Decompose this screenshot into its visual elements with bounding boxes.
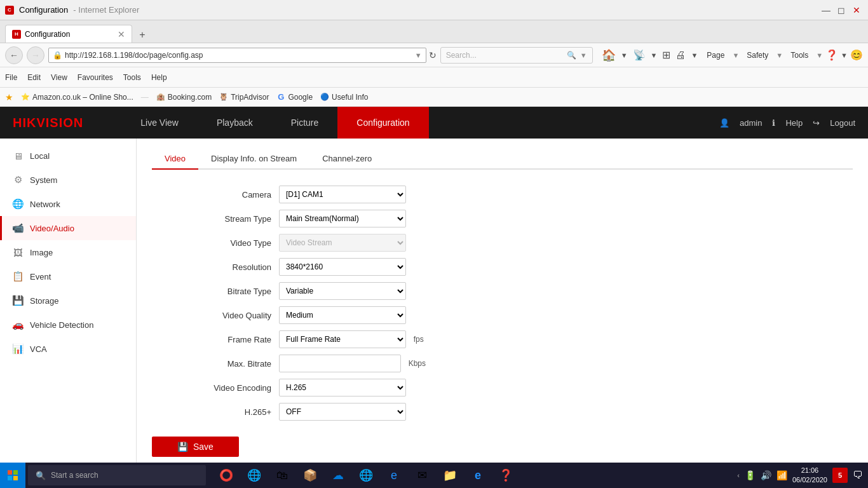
admin-icon: 👤: [719, 118, 729, 128]
video-quality-select[interactable]: Highest Higher Medium Low: [279, 306, 406, 324]
print-icon[interactable]: 🖨: [675, 50, 686, 61]
frame-rate-unit: fps: [414, 335, 424, 344]
search-dropdown-icon[interactable]: ▼: [580, 51, 587, 59]
safety-dropdown-icon[interactable]: ▼: [776, 51, 783, 59]
stream-type-select[interactable]: Main Stream(Normal) Sub Stream: [279, 210, 406, 227]
fav-item-booking[interactable]: 🏨 Booking.com: [156, 93, 212, 102]
home-icon[interactable]: 🏠: [602, 48, 616, 62]
menu-favourites[interactable]: Favourites: [78, 73, 113, 82]
forward-button[interactable]: →: [27, 46, 44, 64]
tab-video[interactable]: Video: [152, 149, 198, 170]
tab-channel-zero[interactable]: Channel-zero: [309, 149, 384, 170]
video-type-select[interactable]: Video Stream: [279, 234, 406, 252]
url-dropdown-icon[interactable]: ▼: [415, 51, 422, 59]
tools-button[interactable]: Tools: [785, 50, 813, 61]
h265plus-select[interactable]: OFF ON: [279, 403, 406, 421]
print-dropdown-icon[interactable]: ▼: [691, 51, 698, 59]
taskbar-search[interactable]: 🔍 Start a search: [28, 465, 206, 485]
sidebar-item-event[interactable]: 📋 Event: [0, 264, 136, 288]
nav-picture[interactable]: Picture: [272, 107, 338, 139]
nav-configuration[interactable]: Configuration: [337, 107, 428, 139]
tray-volume-icon[interactable]: 🔊: [761, 470, 771, 480]
taskbar-app-chrome[interactable]: 🌐: [353, 463, 379, 488]
sidebar-item-video-audio[interactable]: 📹 Video/Audio: [0, 216, 136, 240]
search-bar[interactable]: Search... 🔍 ▼: [440, 47, 593, 64]
page-button[interactable]: Page: [702, 50, 729, 61]
video-form: Camera [D1] CAM1 [D2] CAM2 Stream Type M…: [152, 182, 853, 424]
sidebar-item-system[interactable]: ⚙ System: [0, 168, 136, 192]
search-placeholder: Search...: [446, 51, 563, 60]
page-controls: Page ▼ Safety ▼ Tools ▼ ❓ ▼ 😊: [702, 49, 863, 61]
safety-button[interactable]: Safety: [742, 50, 773, 61]
start-button[interactable]: [0, 463, 25, 488]
address-bar-tools: 🏠 ▼ 📡 ▼ ⊞ 🖨 ▼: [602, 48, 698, 62]
fav-item-google[interactable]: G Google: [276, 93, 313, 102]
sidebar-item-local[interactable]: 🖥 Local: [0, 144, 136, 168]
sidebar-item-vca[interactable]: 📊 VCA: [0, 337, 136, 361]
taskbar-app-ie2[interactable]: e: [381, 463, 407, 488]
home-dropdown-icon[interactable]: ▼: [621, 51, 628, 59]
sidebar-item-network[interactable]: 🌐 Network: [0, 192, 136, 216]
camera-select[interactable]: [D1] CAM1 [D2] CAM2: [279, 186, 406, 203]
logout-label[interactable]: Logout: [830, 118, 855, 128]
sidebar-item-image[interactable]: 🖼 Image: [0, 240, 136, 264]
tools-dropdown-icon[interactable]: ▼: [816, 51, 823, 59]
menu-help[interactable]: Help: [151, 73, 167, 82]
taskbar-app-support[interactable]: ❓: [493, 463, 519, 488]
sidebar-item-vehicle-detection[interactable]: 🚗 Vehicle Detection: [0, 313, 136, 337]
tab-icon: H: [12, 30, 21, 39]
max-bitrate-input[interactable]: 5120: [279, 355, 401, 372]
taskbar-app-explorer[interactable]: 📁: [437, 463, 463, 488]
fav-item-useful-info[interactable]: 🔵 Useful Info: [320, 93, 368, 102]
nav-live-view[interactable]: Live View: [121, 107, 198, 139]
help-label[interactable]: Help: [785, 118, 803, 128]
action-center-icon[interactable]: 🗨: [853, 470, 863, 481]
close-button[interactable]: ✕: [850, 4, 863, 17]
back-button[interactable]: ←: [5, 46, 23, 64]
url-text: http://192.168.1.198/doc/page/config.asp: [65, 51, 412, 60]
taskbar-app-mail[interactable]: ✉: [409, 463, 435, 488]
feeds-dropdown-icon[interactable]: ▼: [651, 51, 658, 59]
browser-tab-configuration[interactable]: H Configuration ✕: [5, 25, 132, 43]
help-icon[interactable]: ❓: [825, 49, 838, 61]
nav-playback[interactable]: Playback: [198, 107, 272, 139]
minimize-button[interactable]: —: [820, 4, 832, 17]
sidebar-item-storage[interactable]: 💾 Storage: [0, 288, 136, 313]
tab-close-button[interactable]: ✕: [118, 29, 125, 39]
menu-tools[interactable]: Tools: [123, 73, 141, 82]
taskbar-clock[interactable]: 21:06 06/02/2020: [792, 466, 827, 485]
taskbar-app-store[interactable]: 🛍: [269, 463, 295, 488]
video-encoding-select[interactable]: H.265 H.264: [279, 379, 406, 396]
maximize-button[interactable]: ◻: [835, 4, 848, 17]
save-button[interactable]: 💾 Save: [152, 437, 239, 457]
fav-item-amazon[interactable]: ⭐ Amazon.co.uk – Online Sho...: [21, 93, 133, 102]
taskbar-app-dropbox[interactable]: 📦: [297, 463, 323, 488]
taskbar-time: 21:06: [792, 466, 827, 475]
camera-label: Camera: [152, 182, 279, 207]
taskbar-app-ie3[interactable]: e: [465, 463, 491, 488]
feeds-icon[interactable]: 📡: [633, 49, 646, 61]
frame-rate-select[interactable]: Full Frame Rate 25: [279, 330, 406, 348]
menu-view[interactable]: View: [51, 73, 67, 82]
url-bar[interactable]: 🔒 http://192.168.1.198/doc/page/config.a…: [48, 48, 426, 63]
tray-chevron-icon[interactable]: ‹: [737, 471, 740, 479]
resolution-select[interactable]: 3840*2160 1920*1080: [279, 258, 406, 276]
taskbar-app-cortana[interactable]: ⭕: [214, 463, 239, 488]
new-tab-button[interactable]: +: [135, 27, 150, 43]
notification-badge[interactable]: 5: [832, 468, 848, 483]
page-dropdown-icon[interactable]: ▼: [732, 51, 739, 59]
favorites-star-icon: ★: [5, 92, 13, 102]
bitrate-type-select[interactable]: Variable Constant: [279, 282, 406, 300]
tab-display-info[interactable]: Display Info. on Stream: [198, 149, 309, 170]
tabs-icon[interactable]: ⊞: [662, 49, 670, 61]
help-dropdown-icon[interactable]: ▼: [841, 51, 848, 59]
taskbar-app-onedrive[interactable]: ☁: [325, 463, 351, 488]
menu-edit[interactable]: Edit: [27, 73, 41, 82]
refresh-button[interactable]: ↻: [429, 50, 437, 60]
tray-network-icon: 📶: [776, 470, 787, 480]
taskbar-app-ie[interactable]: 🌐: [241, 463, 267, 488]
fav-item-tripadvisor[interactable]: 🦉 TripAdvisor: [219, 93, 269, 102]
resolution-label: Resolution: [152, 255, 279, 279]
menu-file[interactable]: File: [5, 73, 17, 82]
compat-icon[interactable]: 😊: [850, 49, 863, 61]
